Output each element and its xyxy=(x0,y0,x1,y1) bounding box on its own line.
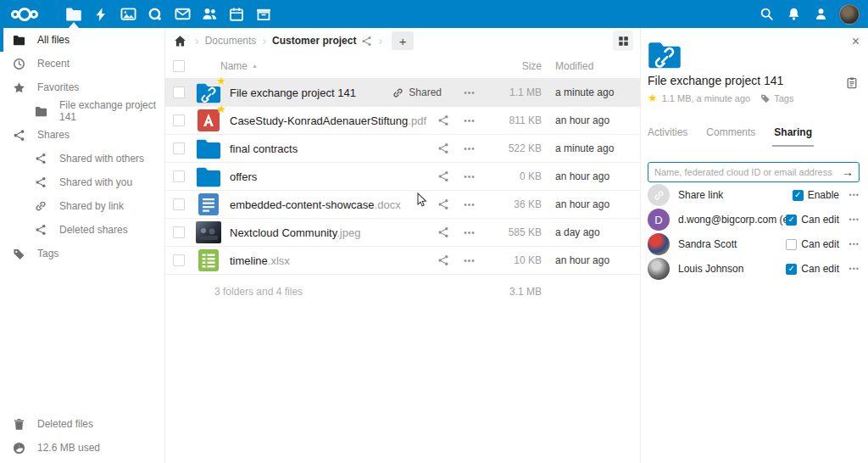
sidebar-item-shared-by-link[interactable]: Shared by link xyxy=(0,194,164,218)
star-icon xyxy=(12,81,25,94)
share-entry-menu[interactable]: ••• xyxy=(844,265,860,273)
file-name: CaseStudy-KonradAdenauerStiftung.pdf xyxy=(230,114,433,127)
file-row[interactable]: ★ CaseStudy-KonradAdenauerStiftung.pdf •… xyxy=(165,107,640,135)
sidebar-item-deleted-shares[interactable]: Deleted shares xyxy=(0,218,164,242)
tags-label[interactable]: Tags xyxy=(774,93,793,103)
topbar xyxy=(0,0,868,28)
row-checkbox[interactable] xyxy=(173,114,185,126)
contacts-app-icon[interactable] xyxy=(196,0,223,28)
sidebar-item-deleted-files[interactable]: Deleted files xyxy=(0,412,164,436)
contacts-menu-icon[interactable] xyxy=(807,0,834,28)
breadcrumb-current-folder[interactable]: Customer project xyxy=(272,35,356,47)
search-icon[interactable] xyxy=(753,0,780,28)
can-edit-checkbox[interactable]: ✓ xyxy=(786,215,797,226)
favorite-star-icon[interactable]: ★ xyxy=(648,92,658,104)
sidebar-item-favorite-folder[interactable]: File exchange project 141 xyxy=(0,99,164,123)
row-actions-menu[interactable]: ••• xyxy=(453,200,486,209)
row-checkbox[interactable] xyxy=(173,86,185,98)
notifications-bell-icon[interactable] xyxy=(780,0,807,28)
file-row[interactable]: ★ File exchange project 141 Shared ••• 1… xyxy=(165,79,640,107)
column-header-name[interactable]: Name ▲ xyxy=(220,60,486,72)
row-checkbox[interactable] xyxy=(173,170,185,182)
enable-checkbox[interactable]: ✓ xyxy=(793,190,804,201)
close-icon[interactable]: × xyxy=(852,35,860,48)
share-icon[interactable] xyxy=(433,114,453,126)
sidebar-item-shared-with-you[interactable]: Shared with you xyxy=(0,170,164,194)
breadcrumb-separator: › xyxy=(195,34,199,47)
file-modified: an hour ago xyxy=(555,254,633,266)
clipboard-icon[interactable] xyxy=(846,76,858,89)
column-header-size[interactable]: Size xyxy=(486,60,542,72)
sidebar-item-shares[interactable]: Shares xyxy=(0,123,164,147)
avatar xyxy=(648,258,670,280)
file-row[interactable]: Nextcloud Community.jpeg ••• 585 KB a da… xyxy=(165,219,640,247)
share-icon[interactable] xyxy=(433,254,453,266)
share-link-avatar xyxy=(648,184,670,206)
calendar-app-icon[interactable] xyxy=(223,0,250,28)
tab-activities[interactable]: Activities xyxy=(648,126,687,145)
activity-app-icon[interactable] xyxy=(87,0,114,28)
sidebar-item-recent[interactable]: Recent xyxy=(0,52,164,75)
sidebar-item-quota[interactable]: 12.6 MB used xyxy=(0,436,164,460)
favorite-star-badge: ★ xyxy=(216,103,226,114)
deck-app-icon[interactable] xyxy=(250,0,277,28)
row-checkbox[interactable] xyxy=(173,226,185,238)
row-checkbox[interactable] xyxy=(173,142,185,154)
sidebar-item-tags[interactable]: Tags xyxy=(0,242,164,265)
details-title: File exchange project 141 xyxy=(648,74,860,87)
sidebar-item-all-files[interactable]: All files xyxy=(0,28,164,52)
can-edit-checkbox[interactable]: ✓ xyxy=(786,239,797,250)
nextcloud-logo[interactable] xyxy=(11,0,52,28)
share-entry: Louis Johnson ✓ Can edit ••• xyxy=(648,257,860,281)
file-row[interactable]: timeline.xlsx ••• 10 KB an hour ago xyxy=(165,247,640,275)
can-edit-checkbox[interactable]: ✓ xyxy=(786,264,797,275)
row-actions-menu[interactable]: ••• xyxy=(453,256,486,265)
user-avatar[interactable] xyxy=(839,4,860,25)
file-size: 36 KB xyxy=(486,198,542,210)
checkbox-label[interactable]: Can edit xyxy=(801,263,839,275)
tag-icon[interactable] xyxy=(760,93,771,103)
file-modified: an hour ago xyxy=(555,114,633,126)
checkbox-label[interactable]: Can edit xyxy=(801,238,839,250)
breadcrumb-documents[interactable]: Documents xyxy=(205,35,257,47)
sidebar-item-favorites[interactable]: Favorites xyxy=(0,75,164,99)
row-actions-menu[interactable]: ••• xyxy=(453,172,486,181)
breadcrumb: › Documents › Customer project › + xyxy=(165,28,640,53)
share-icon[interactable] xyxy=(433,142,453,154)
checkbox-label[interactable]: Enable xyxy=(808,189,839,201)
new-file-button[interactable]: + xyxy=(392,31,414,50)
grid-view-toggle[interactable] xyxy=(613,31,633,51)
share-entry-menu[interactable]: ••• xyxy=(844,240,860,248)
submit-arrow-icon[interactable]: → xyxy=(837,165,859,179)
share-recipient-field: → xyxy=(648,162,860,182)
checkbox-label[interactable]: Can edit xyxy=(801,214,839,226)
row-checkbox[interactable] xyxy=(173,198,185,210)
share-icon[interactable] xyxy=(433,198,453,210)
share-entry-menu[interactable]: ••• xyxy=(844,191,860,199)
share-icon[interactable] xyxy=(433,170,453,182)
file-row[interactable]: embedded-content-showcase.docx ••• 36 KB… xyxy=(165,191,640,219)
file-row[interactable]: final contracts ••• 522 KB a minute ago xyxy=(165,135,640,163)
mail-app-icon[interactable] xyxy=(169,0,196,28)
row-actions-menu[interactable]: ••• xyxy=(453,116,486,126)
column-header-modified[interactable]: Modified xyxy=(555,60,633,72)
sidebar-item-shared-with-others[interactable]: Shared with others xyxy=(0,147,164,170)
home-icon[interactable] xyxy=(170,31,189,50)
tab-comments[interactable]: Comments xyxy=(706,126,755,145)
share-icon[interactable] xyxy=(433,226,453,238)
select-all-checkbox[interactable] xyxy=(173,60,185,72)
share-recipient-input[interactable] xyxy=(648,167,837,177)
files-app-icon[interactable] xyxy=(60,0,87,28)
row-checkbox[interactable] xyxy=(173,254,185,266)
circles-app-icon[interactable] xyxy=(142,0,169,28)
row-actions-menu[interactable]: ••• xyxy=(453,144,486,153)
file-row[interactable]: offers ••• 0 KB an hour ago xyxy=(165,163,640,191)
row-actions-menu[interactable]: ••• xyxy=(453,88,486,98)
share-entry-menu[interactable]: ••• xyxy=(844,215,860,224)
gallery-app-icon[interactable] xyxy=(114,0,142,28)
breadcrumb-share-icon[interactable] xyxy=(361,36,372,47)
tab-sharing[interactable]: Sharing xyxy=(774,126,812,145)
topbar-right xyxy=(753,0,860,28)
shared-status[interactable]: Shared xyxy=(392,86,442,98)
row-actions-menu[interactable]: ••• xyxy=(453,228,486,237)
